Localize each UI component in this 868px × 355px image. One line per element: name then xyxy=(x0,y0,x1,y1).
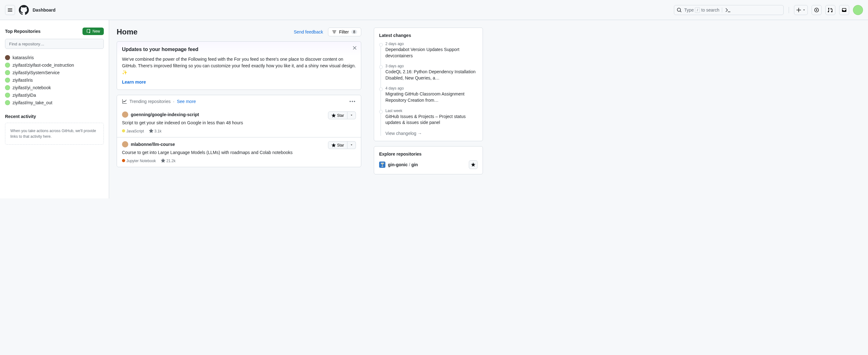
repo-item[interactable]: kataras/iris xyxy=(5,54,104,61)
command-palette-button[interactable] xyxy=(722,7,732,12)
repo-name: kataras/iris xyxy=(12,55,34,60)
pull-request-icon xyxy=(828,7,833,12)
star-dropdown-button[interactable] xyxy=(347,141,356,149)
language-dot-icon xyxy=(122,129,125,133)
notice-body: We've combined the power of the Followin… xyxy=(122,56,356,76)
issue-icon xyxy=(814,7,819,12)
explore-heading: Explore repositories xyxy=(379,151,477,156)
changelog-time: Last week xyxy=(385,109,477,113)
explore-star-button[interactable] xyxy=(469,160,477,169)
page-context-title[interactable]: Dashboard xyxy=(33,7,56,12)
trending-repo-link[interactable]: goenning/google-indexing-script xyxy=(131,112,199,117)
search-hint-prefix: Type xyxy=(684,7,694,12)
repo-name: ziyifast/yiDa xyxy=(12,93,36,98)
see-more-link[interactable]: See more xyxy=(177,99,196,104)
plus-icon xyxy=(796,7,801,12)
repo-item[interactable]: ziyifast/yi_notebook xyxy=(5,84,104,92)
repo-item[interactable]: ziyifast/yiDa xyxy=(5,92,104,99)
slash-key-icon: / xyxy=(695,7,700,13)
chevron-down-icon xyxy=(802,8,806,11)
more-options-button[interactable]: ••• xyxy=(349,99,356,104)
latest-changes-card: Latest changes 2 days agoDependabot Vers… xyxy=(374,28,483,141)
language-label: JavaScript xyxy=(122,129,144,133)
changelog-item[interactable]: 3 days agoCodeQL 2.16: Python Dependency… xyxy=(379,64,477,81)
repo-avatar-icon xyxy=(5,93,10,98)
repo-item[interactable]: ziyifast/my_take_out xyxy=(5,99,104,106)
latest-changes-heading: Latest changes xyxy=(379,33,477,38)
inbox-icon xyxy=(842,7,847,12)
chevron-down-icon xyxy=(350,143,353,146)
repo-avatar-icon xyxy=(5,63,10,68)
changelog-item[interactable]: Last weekGitHub Issues & Projects – Proj… xyxy=(379,109,477,126)
filter-button[interactable]: Filter 8 xyxy=(328,28,361,36)
repo-avatar-icon xyxy=(5,85,10,90)
repo-avatar-icon xyxy=(5,100,10,105)
repo-name: ziyifast/yiSystemService xyxy=(12,70,60,75)
star-icon xyxy=(161,158,165,163)
changelog-item[interactable]: 4 days agoMigrating GitHub Classroom Ass… xyxy=(379,86,477,103)
star-button[interactable]: Star xyxy=(328,111,347,119)
user-avatar-button[interactable] xyxy=(853,5,863,15)
star-icon xyxy=(149,129,153,133)
inbox-button[interactable] xyxy=(839,5,849,15)
create-new-button[interactable] xyxy=(794,5,808,15)
trending-repo-description: Course to get into Large Language Models… xyxy=(122,149,356,156)
feed-title: Home xyxy=(117,28,294,36)
explore-repositories-card: Explore repositories 🍸gin-gonic / gin xyxy=(374,146,483,174)
search-icon xyxy=(677,7,682,12)
left-sidebar: Top Repositories New kataras/irisziyifas… xyxy=(0,20,109,199)
recent-activity-heading: Recent activity xyxy=(5,114,104,119)
filter-count-badge: 8 xyxy=(351,30,357,34)
repo-avatar-icon xyxy=(5,70,10,75)
notice-title: Updates to your homepage feed xyxy=(122,47,356,52)
explore-repo-link[interactable]: gin-gonic / gin xyxy=(388,162,466,167)
star-icon xyxy=(471,163,475,167)
right-sidebar: Latest changes 2 days agoDependabot Vers… xyxy=(369,20,488,199)
close-button[interactable] xyxy=(352,45,357,51)
homepage-notice-card: Updates to your homepage feed We've comb… xyxy=(117,41,361,90)
explore-item: 🍸gin-gonic / gin xyxy=(379,160,477,169)
user-avatar-icon xyxy=(122,111,128,118)
user-avatar-icon xyxy=(122,141,128,147)
view-changelog-link[interactable]: View changelog → xyxy=(379,131,422,136)
language-dot-icon xyxy=(122,159,125,162)
pull-requests-button[interactable] xyxy=(825,5,835,15)
repo-item[interactable]: ziyifast/ziyifast-code_instruction xyxy=(5,61,104,69)
repo-icon xyxy=(86,29,91,34)
feed-column: Home Send feedback Filter 8 Updates to y… xyxy=(109,20,369,199)
send-feedback-link[interactable]: Send feedback xyxy=(294,29,323,34)
changelog-time: 4 days ago xyxy=(385,86,477,91)
star-button[interactable]: Star xyxy=(328,141,347,149)
close-icon xyxy=(352,45,357,50)
github-logo-icon[interactable] xyxy=(19,5,29,15)
star-dropdown-button[interactable] xyxy=(347,111,356,119)
repo-avatar-icon xyxy=(5,78,10,83)
search-input[interactable]: Type / to search xyxy=(674,5,784,15)
trending-item: Star goenning/google-indexing-script Scr… xyxy=(117,108,361,137)
repo-avatar-icon xyxy=(5,55,10,60)
trending-item: Star mlabonne/llm-course Course to get i… xyxy=(117,137,361,167)
repo-search-input[interactable] xyxy=(5,39,104,49)
changelog-title: Dependabot Version Updates Support devco… xyxy=(385,47,477,59)
star-count[interactable]: 21.2k xyxy=(161,158,176,163)
star-icon xyxy=(332,113,336,118)
trending-card: Trending repositories · See more ••• Sta… xyxy=(117,95,361,167)
repo-name: ziyifast/ziyifast-code_instruction xyxy=(12,63,74,68)
repo-item[interactable]: ziyifast/yiSystemService xyxy=(5,69,104,76)
issues-button[interactable] xyxy=(811,5,822,15)
changelog-title: CodeQL 2.16: Python Dependency Installat… xyxy=(385,69,477,81)
repo-item[interactable]: ziyifast/iris xyxy=(5,76,104,84)
language-label: Jupyter Notebook xyxy=(122,159,156,163)
new-repo-button[interactable]: New xyxy=(83,28,104,35)
graph-icon xyxy=(122,99,127,104)
chevron-down-icon xyxy=(350,114,353,117)
changelog-item[interactable]: 2 days agoDependabot Version Updates Sup… xyxy=(379,42,477,59)
top-repositories-heading: Top Repositories xyxy=(5,29,40,34)
trending-repo-link[interactable]: mlabonne/llm-course xyxy=(131,142,175,147)
changelog-time: 2 days ago xyxy=(385,42,477,46)
filter-icon xyxy=(332,30,337,34)
hamburger-menu-button[interactable] xyxy=(5,5,15,15)
learn-more-link[interactable]: Learn more xyxy=(122,79,146,84)
recent-activity-empty: When you take actions across GitHub, we'… xyxy=(5,123,104,145)
star-count[interactable]: 3.1k xyxy=(149,129,161,133)
